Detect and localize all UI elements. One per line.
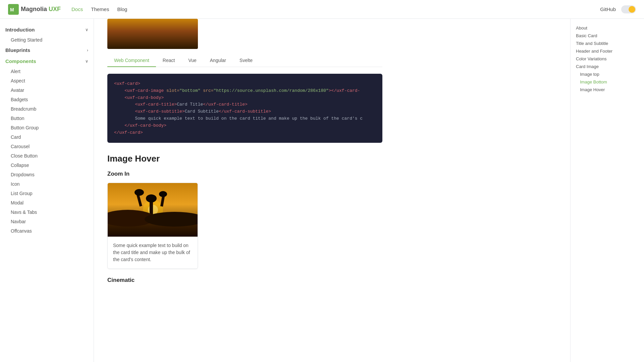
card-body: Some quick example text to build on the …	[108, 237, 198, 268]
tab-react[interactable]: React	[156, 54, 182, 67]
github-link[interactable]: GitHub	[600, 6, 616, 12]
sidebar-item-modal[interactable]: Modal	[0, 198, 94, 207]
tab-web-component[interactable]: Web Component	[107, 54, 156, 67]
sidebar-item-getting-started[interactable]: Getting Started	[0, 35, 94, 45]
sidebar-item-carousel[interactable]: Carousel	[0, 142, 94, 151]
sidebar-item-components[interactable]: Components ∨	[0, 56, 94, 67]
sidebar-item-button[interactable]: Button	[0, 114, 94, 123]
svg-text:M: M	[10, 7, 14, 12]
nav-themes[interactable]: Themes	[91, 6, 109, 12]
magnolia-logo-icon: M	[8, 4, 19, 15]
left-sidebar: Introduction ∨ Getting Started Blueprint…	[0, 19, 94, 362]
card-image-svg	[108, 183, 198, 237]
top-image	[107, 19, 198, 49]
tab-angular[interactable]: Angular	[203, 54, 233, 67]
sidebar-item-navbar[interactable]: Navbar	[0, 217, 94, 226]
sidebar-item-icon[interactable]: Icon	[0, 179, 94, 189]
sidebar-item-button-group[interactable]: Button Group	[0, 123, 94, 132]
sidebar-item-close-button[interactable]: Close Button	[0, 151, 94, 161]
right-sidebar-image-bottom[interactable]: Image Bottom	[576, 78, 639, 86]
right-sidebar-header-footer[interactable]: Header and Footer	[576, 47, 639, 55]
right-sidebar-image-top[interactable]: Image top	[576, 70, 639, 78]
header-right: GitHub	[600, 5, 636, 13]
cinematic-section: Cinematic	[107, 277, 382, 284]
code-block: <uxf-card> <uxf-card-image slot="bottom"…	[107, 74, 382, 143]
chevron-down-icon-components: ∨	[85, 59, 88, 64]
cinematic-subheading: Cinematic	[107, 277, 382, 284]
code-tabs: Web Component React Vue Angular Svelte	[107, 54, 382, 67]
main-content: Web Component React Vue Angular Svelte <…	[94, 19, 570, 362]
main-nav: Docs Themes Blog	[71, 6, 127, 12]
content-area: Web Component React Vue Angular Svelte <…	[94, 19, 396, 302]
chevron-down-icon: ∨	[85, 27, 88, 32]
card-text: Some quick example text to build on the …	[113, 242, 192, 263]
sidebar-item-list-group[interactable]: List Group	[0, 189, 94, 198]
sidebar-item-navs-tabs[interactable]: Navs & Tabs	[0, 207, 94, 217]
sidebar-item-alert[interactable]: Alert	[0, 67, 94, 76]
right-sidebar: About Basic Card Title and Subtitle Head…	[570, 19, 644, 362]
card-component: Some quick example text to build on the …	[107, 183, 198, 269]
card-image	[108, 183, 198, 237]
theme-toggle[interactable]	[621, 5, 636, 13]
sidebar-item-breadcrumb[interactable]: Breadcrumb	[0, 104, 94, 114]
header: M Magnolia UXF Docs Themes Blog GitHub	[0, 0, 644, 19]
sidebar-item-introduction[interactable]: Introduction ∨	[0, 24, 94, 35]
sidebar-item-collapse[interactable]: Collapse	[0, 161, 94, 170]
right-sidebar-image-hover[interactable]: Image Hover	[576, 86, 639, 94]
top-image-inner	[107, 19, 198, 49]
content-wrapper: Web Component React Vue Angular Svelte <…	[94, 19, 644, 362]
sidebar-item-avatar[interactable]: Avatar	[0, 85, 94, 95]
right-sidebar-basic-card[interactable]: Basic Card	[576, 32, 639, 40]
logo-uxf: UXF	[49, 6, 61, 12]
right-sidebar-title-subtitle[interactable]: Title and Subtitle	[576, 40, 639, 47]
sidebar-item-aspect[interactable]: Aspect	[0, 76, 94, 85]
svg-point-10	[159, 191, 167, 197]
right-sidebar-card-image[interactable]: Card Image	[576, 63, 639, 70]
sidebar-item-dropdowns[interactable]: Dropdowns	[0, 170, 94, 179]
zoom-in-subheading: Zoom In	[107, 171, 382, 177]
sidebar-item-card[interactable]: Card	[0, 132, 94, 142]
layout: Introduction ∨ Getting Started Blueprint…	[0, 19, 644, 362]
nav-blog[interactable]: Blog	[117, 6, 127, 12]
right-sidebar-color-variations[interactable]: Color Variations	[576, 55, 639, 63]
sidebar-item-blueprints[interactable]: Blueprints ›	[0, 45, 94, 56]
sidebar-item-badgets[interactable]: Badgets	[0, 95, 94, 104]
toggle-knob	[629, 6, 635, 13]
chevron-right-icon: ›	[87, 48, 88, 53]
logo-text: Magnolia UXF	[21, 6, 61, 13]
svg-point-9	[135, 189, 144, 196]
logo-magnolia: Magnolia	[21, 6, 47, 12]
tab-svelte[interactable]: Svelte	[233, 54, 259, 67]
logo[interactable]: M Magnolia UXF	[8, 4, 61, 15]
right-sidebar-about[interactable]: About	[576, 24, 639, 32]
image-hover-heading: Image Hover	[107, 154, 382, 164]
sidebar-item-offcanvas[interactable]: Offcanvas	[0, 226, 94, 236]
nav-docs[interactable]: Docs	[71, 6, 83, 12]
tab-vue[interactable]: Vue	[181, 54, 203, 67]
svg-point-11	[146, 194, 157, 202]
